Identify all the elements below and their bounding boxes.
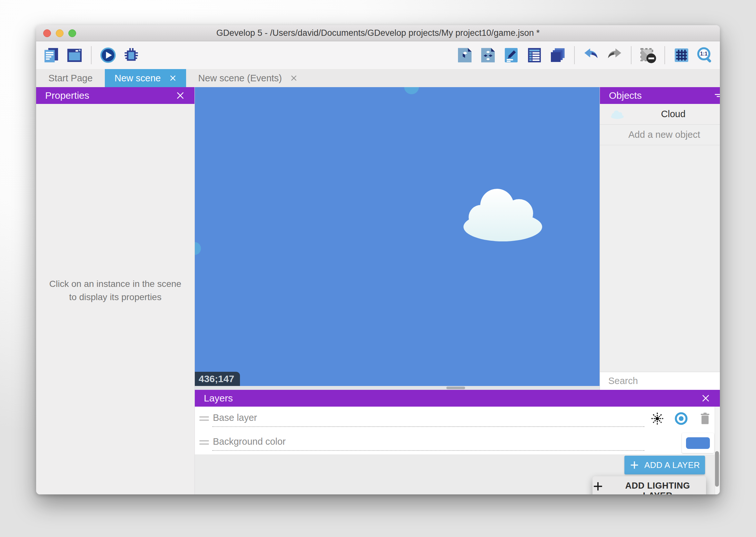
object-groups-editor-icon[interactable]: [479, 46, 497, 64]
drag-handle-icon[interactable]: [199, 416, 209, 421]
add-layer-button[interactable]: ADD A LAYER: [624, 456, 705, 475]
close-tab-icon[interactable]: [169, 74, 176, 82]
tab-label: New scene (Events): [198, 73, 282, 84]
svg-text:1:1: 1:1: [700, 51, 708, 57]
objects-panel-empty-space: [600, 145, 720, 372]
zoom-1-1-icon[interactable]: 1:1: [695, 46, 714, 64]
game-window-resize-handle[interactable]: [404, 87, 419, 94]
visibility-eye-icon[interactable]: [673, 411, 689, 426]
project-manager-icon[interactable]: [42, 46, 61, 64]
debug-icon[interactable]: [122, 46, 141, 64]
scene-editor-column: 436;147: [195, 87, 600, 390]
app-window: GDevelop 5 - /Users/david/Documents/GDev…: [36, 25, 720, 494]
add-layer-button-label: ADD A LAYER: [644, 460, 700, 470]
objects-panel-header: Objects: [600, 87, 720, 104]
window-title: GDevelop 5 - /Users/david/Documents/GDev…: [36, 28, 720, 38]
properties-panel-header: Properties: [36, 87, 195, 104]
editor-tabs: Start Page New scene New scene (Events): [36, 69, 720, 87]
toolbar-divider: [574, 46, 575, 64]
redo-icon[interactable]: [605, 46, 624, 64]
tab-label: Start Page: [48, 73, 93, 84]
search-input[interactable]: [608, 376, 720, 386]
properties-body: Click on an instance in the scene to dis…: [36, 104, 195, 494]
events-editor-icon[interactable]: [525, 46, 544, 64]
add-new-object-button[interactable]: Add a new object: [600, 125, 720, 145]
panel-title: Properties: [45, 90, 89, 101]
layer-name-field[interactable]: Base layer: [212, 410, 644, 427]
layer-actions: [650, 411, 713, 426]
add-lighting-layer-button[interactable]: ADD LIGHTING LAYER: [592, 476, 706, 494]
objects-panel: Objects: [600, 87, 720, 390]
scene-canvas[interactable]: 436;147: [195, 87, 600, 386]
close-panel-icon[interactable]: [173, 88, 187, 103]
scene-and-objects-row: 436;147 Objects: [195, 87, 720, 390]
layers-panel: Layers Base layer: [195, 390, 720, 494]
toggle-grid-icon[interactable]: [672, 46, 691, 64]
background-color-swatch: [686, 437, 710, 449]
toolbar-left-group: [42, 46, 141, 64]
title-bar: GDevelop 5 - /Users/david/Documents/GDev…: [36, 25, 720, 41]
cloud-object-sprite[interactable]: [458, 182, 548, 242]
vertical-scrollbar[interactable]: [715, 407, 719, 494]
tab-start-page[interactable]: Start Page: [36, 69, 105, 87]
layer-row-base-layer: Base layer: [195, 407, 720, 431]
right-area: 436;147 Objects: [195, 87, 720, 494]
layer-row-background-color: Background color: [195, 431, 720, 454]
horizontal-scrollbar[interactable]: [195, 386, 600, 390]
layers-panel-header: Layers: [195, 390, 720, 407]
toolbar-divider: [91, 46, 92, 64]
filter-icon[interactable]: [711, 88, 720, 103]
add-lighting-layer-label: ADD LIGHTING LAYER: [609, 481, 706, 494]
game-window-resize-handle[interactable]: [195, 242, 201, 255]
tab-new-scene[interactable]: New scene: [105, 69, 186, 87]
close-panel-icon[interactable]: [699, 391, 713, 405]
layer-name-field[interactable]: Background color: [212, 434, 644, 451]
toolbar-divider: [631, 46, 631, 64]
toolbar-divider: [664, 46, 665, 64]
toggle-window-mask-icon[interactable]: [639, 46, 657, 64]
drag-handle-icon[interactable]: [199, 440, 209, 445]
tab-new-scene-events[interactable]: New scene (Events): [186, 69, 310, 87]
object-list-item[interactable]: Cloud: [600, 104, 720, 125]
panel-title: Objects: [609, 90, 642, 101]
horizontal-scrollbar-thumb[interactable]: [446, 387, 465, 389]
scene-editor-icon[interactable]: [65, 46, 84, 64]
vertical-scrollbar-thumb[interactable]: [715, 451, 719, 487]
background-color-picker[interactable]: [682, 433, 714, 453]
main-area: Properties Click on an instance in the s…: [36, 87, 720, 494]
desktop-background: GDevelop 5 - /Users/david/Documents/GDev…: [0, 0, 756, 537]
undo-icon[interactable]: [582, 46, 601, 64]
tab-label: New scene: [115, 73, 161, 84]
add-new-object-label: Add a new object: [600, 129, 720, 140]
object-name: Cloud: [600, 109, 720, 119]
layers-list: Base layer: [195, 407, 720, 454]
main-toolbar: 1:1: [36, 41, 720, 69]
close-tab-icon[interactable]: [290, 74, 297, 82]
scene-properties-edit-icon[interactable]: [502, 46, 520, 64]
layers-list-icon[interactable]: [548, 46, 567, 64]
properties-panel: Properties Click on an instance in the s…: [36, 87, 195, 494]
toolbar-right-group: 1:1: [455, 46, 714, 64]
lighting-sun-icon[interactable]: [650, 411, 665, 426]
delete-layer-trash-icon[interactable]: [697, 411, 713, 426]
properties-empty-message: Click on an instance in the scene to dis…: [45, 277, 186, 304]
objects-editor-icon[interactable]: [455, 46, 474, 64]
cursor-coordinates-badge: 436;147: [195, 372, 240, 386]
preview-play-icon[interactable]: [99, 46, 117, 64]
panel-title: Layers: [204, 393, 233, 404]
objects-search-box: [600, 372, 720, 390]
